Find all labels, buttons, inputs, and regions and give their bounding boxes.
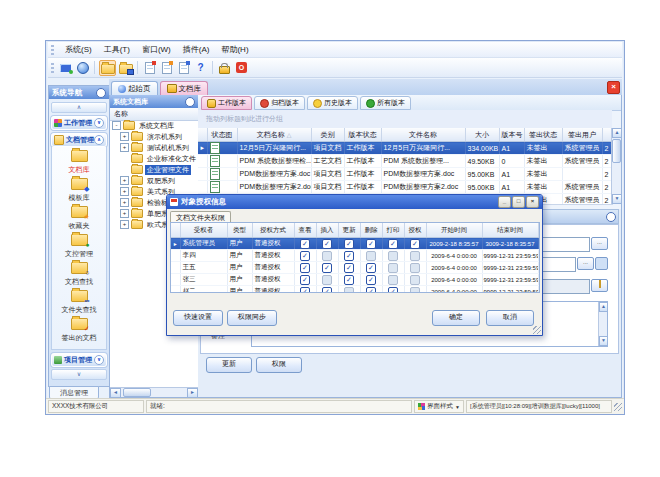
chevron-down-icon[interactable]: ∨ (94, 355, 104, 365)
horizontal-scrollbar[interactable]: ◄ ► (110, 387, 198, 397)
tree-expander-icon[interactable]: + (120, 132, 129, 141)
menu-item[interactable]: 插件(A) (177, 42, 216, 57)
authorize-checkbox[interactable] (410, 287, 420, 294)
print-checkbox[interactable] (388, 275, 398, 285)
tree-item[interactable]: + 双肥系列 (110, 175, 198, 186)
sidebar-item[interactable]: 文档库 (52, 150, 106, 175)
exit-icon[interactable]: O (234, 61, 249, 75)
insert-checkbox[interactable] (322, 287, 332, 294)
tree-item[interactable]: 企业标准化文件 (110, 153, 198, 164)
view-checkbox[interactable] (300, 251, 310, 261)
column-update[interactable]: 更新 (338, 223, 360, 238)
sidebar-item[interactable]: ✓ 签出的文档 (52, 318, 106, 343)
maximize-icon[interactable]: □ (512, 196, 525, 208)
view-checkbox[interactable] (300, 275, 310, 285)
collapse-strip[interactable]: ∨ (51, 369, 107, 380)
delete-checkbox[interactable] (366, 275, 376, 285)
pin-icon[interactable] (185, 97, 195, 107)
update-checkbox[interactable] (344, 275, 354, 285)
column-grantee[interactable]: 受权者 (180, 223, 227, 238)
column-version-status[interactable]: 版本状态 (344, 128, 381, 142)
scrollbar-thumb[interactable] (612, 139, 621, 163)
delete-checkbox[interactable] (366, 287, 376, 294)
delete-checkbox[interactable] (366, 263, 376, 273)
view-checkbox[interactable] (300, 287, 310, 294)
quick-setup-button[interactable]: 快速设置 (173, 310, 223, 326)
table-row[interactable]: 12月5日万兴隆同行... 项目文档 工作版本 12月5日万兴隆同行... 33… (198, 142, 613, 155)
resize-grip[interactable] (614, 403, 622, 411)
tree-item[interactable]: + 测试机机系列 (110, 142, 198, 153)
table-row[interactable]: PDM数据整理方案.doc 项目文档 工作版本 PDM数据整理方案.doc 95… (198, 168, 613, 181)
insert-checkbox[interactable] (322, 239, 332, 249)
column-authorize[interactable]: 授权 (404, 223, 426, 238)
sidebar-group-document[interactable]: 文档管理 ∧ (51, 133, 107, 147)
close-icon[interactable]: × (526, 196, 539, 208)
column-end-time[interactable]: 结束时间 (482, 223, 538, 238)
close-icon[interactable]: × (607, 81, 620, 94)
view-checkbox[interactable] (300, 263, 310, 273)
tab-start-page[interactable]: 起始页 (111, 81, 158, 95)
print-checkbox[interactable] (388, 251, 398, 261)
tree-expander-icon[interactable]: - (112, 121, 121, 130)
view-checkbox[interactable] (300, 239, 310, 249)
update-checkbox[interactable] (344, 239, 354, 249)
delete-checkbox[interactable] (366, 251, 376, 261)
column-size[interactable]: 大小 (465, 128, 499, 142)
lock-icon[interactable] (217, 61, 232, 75)
column-file-name[interactable]: 文件名称 (381, 128, 465, 142)
version-tab[interactable]: 历史版本 (307, 96, 358, 110)
menu-grip[interactable] (51, 45, 54, 55)
permission-row[interactable]: 李四 用户 普通授权 2009-6-4 0:00:00 9999-12-31 2… (171, 250, 538, 262)
scrollbar-thumb[interactable] (123, 388, 151, 397)
permission-button[interactable]: 权限 (256, 357, 302, 373)
ui-style-selector[interactable]: 界面样式 ▼ (414, 400, 464, 413)
version-tab[interactable]: 所有版本 (360, 96, 411, 110)
chevron-up-icon[interactable]: ∧ (94, 135, 104, 145)
update-button[interactable]: 更新 (206, 357, 252, 373)
chevron-down-icon[interactable]: ∨ (94, 118, 104, 128)
tree-expander-icon[interactable] (120, 165, 129, 174)
sidebar-item[interactable]: ◆ 模板库 (52, 178, 106, 203)
insert-checkbox[interactable] (322, 263, 332, 273)
ok-button[interactable]: 确定 (432, 310, 480, 326)
scroll-left-icon[interactable]: ◄ (110, 388, 121, 398)
tree-item[interactable]: - 系统文档库 (110, 120, 198, 131)
version-tab[interactable]: 工作版本 (201, 96, 252, 110)
scroll-down-icon[interactable]: ▼ (612, 194, 622, 204)
sidebar-group-work[interactable]: 工作管理 ∨ (51, 116, 107, 130)
report-browse-icon[interactable] (159, 61, 174, 75)
sync-computer-icon[interactable] (58, 61, 73, 75)
send-folder-icon[interactable] (118, 61, 133, 75)
tree-item[interactable]: + 演示机系列 (110, 131, 198, 142)
update-checkbox[interactable] (344, 263, 354, 273)
report-new-icon[interactable] (142, 61, 157, 75)
column-insert[interactable]: 插入 (316, 223, 338, 238)
column-type[interactable]: 类型 (227, 223, 252, 238)
table-row[interactable]: PDM 系统数据整理检... 工艺文档 工作版本 PDM 系统数据整理... 4… (198, 155, 613, 168)
tree-expander-icon[interactable]: + (120, 143, 129, 152)
cancel-button[interactable]: 取消 (486, 310, 534, 326)
open-folder-icon[interactable] (99, 60, 116, 76)
authorize-checkbox[interactable] (410, 263, 420, 273)
permission-row[interactable]: 系统管理员 用户 普通授权 2009-2-18 8:35:57 3009-2-1… (171, 238, 538, 250)
tree-expander-icon[interactable]: + (120, 220, 129, 229)
column-status[interactable]: 状态图 (207, 128, 237, 142)
sidebar-item[interactable]: ★ 收藏夹 (52, 206, 106, 231)
report-edit-icon[interactable] (176, 61, 191, 75)
column-checkout-status[interactable]: 签出状态 (524, 128, 562, 142)
tree-expander-icon[interactable]: + (120, 187, 129, 196)
pin-icon[interactable] (96, 88, 106, 98)
authorize-checkbox[interactable] (410, 239, 420, 249)
tab-document-library[interactable]: 文档库 (160, 81, 209, 95)
sidebar-item[interactable]: ∞ 文件夹查找 (52, 290, 106, 315)
permission-row[interactable]: 赵二 用户 普通授权 2009-6-4 0:00:00 9999-12-31 2… (171, 286, 538, 294)
folder-browse-button[interactable] (591, 279, 608, 292)
permission-sync-button[interactable]: 权限同步 (227, 310, 277, 326)
picker-button[interactable] (595, 257, 608, 270)
column-category[interactable]: 类别 (311, 128, 344, 142)
column-mode[interactable]: 授权方式 (252, 223, 294, 238)
chevron-icon[interactable] (606, 212, 616, 222)
browse-button[interactable]: ... (591, 237, 608, 250)
permission-row[interactable]: 王五 用户 普通授权 2009-6-4 0:00:00 9999-12-31 2… (171, 262, 538, 274)
tree-item[interactable]: 企业管理文件 (110, 164, 198, 175)
